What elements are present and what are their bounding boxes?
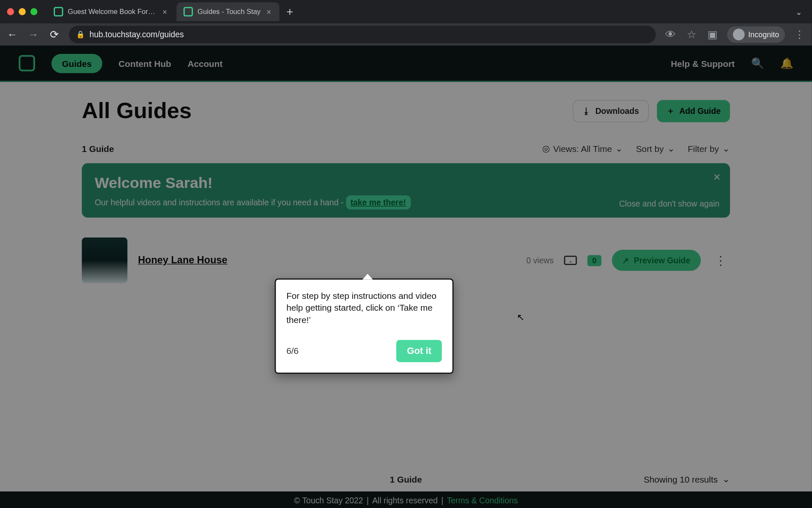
nav-account[interactable]: Account: [187, 58, 222, 68]
browser-toolbar: ← → ⟳ 🔒 hub.touchstay.com/guides 👁 ☆ ▣ I…: [0, 23, 812, 46]
address-bar[interactable]: 🔒 hub.touchstay.com/guides: [69, 26, 656, 43]
chevron-down-icon: ⌄: [615, 144, 623, 154]
bookmark-star-icon[interactable]: ☆: [685, 28, 698, 41]
browser-tab-active[interactable]: Guides - Touch Stay ×: [176, 3, 279, 21]
footer-sep: |: [441, 496, 443, 505]
guide-name-link[interactable]: Honey Lane House: [138, 254, 228, 266]
banner-text: Our helpful videos and instructions are …: [95, 198, 346, 207]
add-guide-label: Add Guide: [679, 106, 721, 116]
filter-by[interactable]: Filter by ⌄: [688, 144, 730, 154]
showing-results[interactable]: Showing 10 results ⌄: [644, 474, 730, 484]
incognito-badge[interactable]: Incognito: [727, 26, 785, 43]
downloads-label: Downloads: [595, 106, 639, 116]
sort-by[interactable]: Sort by ⌄: [636, 144, 675, 154]
favicon-icon: [54, 7, 63, 17]
lock-icon: 🔒: [76, 30, 85, 39]
app-header: Guides Content Hub Account Help & Suppor…: [0, 46, 812, 82]
browser-tabs: Guest Welcome Book For Vaca × Guides - T…: [47, 0, 805, 23]
app-logo-icon[interactable]: [19, 55, 35, 72]
eye-off-icon[interactable]: 👁: [664, 28, 677, 41]
downloads-button[interactable]: ⭳ Downloads: [573, 100, 649, 122]
sort-by-label: Sort by: [636, 144, 664, 153]
browser-titlebar: Guest Welcome Book For Vaca × Guides - T…: [0, 0, 812, 23]
nav-help-support[interactable]: Help & Support: [671, 58, 735, 68]
plus-icon: ＋: [667, 105, 675, 116]
url-text: hub.touchstay.com/guides: [89, 30, 184, 39]
tab-close-icon[interactable]: ×: [161, 7, 168, 17]
back-button[interactable]: ←: [6, 28, 19, 41]
minimize-window-icon[interactable]: [19, 8, 26, 15]
banner-title: Welcome Sarah!: [95, 174, 717, 192]
bell-icon[interactable]: 🔔: [780, 57, 793, 69]
search-icon[interactable]: 🔍: [751, 57, 764, 69]
reload-button[interactable]: ⟳: [48, 28, 60, 41]
eye-icon: ◎: [542, 144, 550, 154]
row-menu-icon[interactable]: ⋮: [711, 253, 730, 267]
footer-rights: All rights reserved: [372, 496, 438, 505]
onboarding-popover: For step by step instructions and video …: [275, 279, 454, 374]
popover-text: For step by step instructions and video …: [286, 290, 442, 326]
footer-terms-link[interactable]: Terms & Conditions: [447, 496, 518, 505]
preview-guide-button[interactable]: ↗ Preview Guide: [612, 250, 701, 271]
close-window-icon[interactable]: [7, 8, 14, 15]
chevron-down-icon: ⌄: [722, 474, 730, 484]
preview-guide-label: Preview Guide: [634, 256, 690, 265]
footer-sep: |: [367, 496, 369, 505]
mail-icon[interactable]: [564, 256, 577, 265]
maximize-window-icon[interactable]: [30, 8, 38, 15]
external-link-icon: ↗: [622, 256, 629, 265]
popover-step: 6/6: [286, 346, 299, 356]
views-filter[interactable]: ◎ Views: All Time ⌄: [542, 144, 623, 154]
browser-menu-icon[interactable]: ⋮: [793, 28, 806, 41]
incognito-icon: [733, 29, 745, 41]
page-title: All Guides: [82, 98, 192, 123]
tab-title: Guest Welcome Book For Vaca: [68, 8, 156, 16]
filter-by-label: Filter by: [688, 144, 719, 153]
chevron-down-icon: ⌄: [667, 144, 675, 154]
extensions-icon[interactable]: ▣: [706, 28, 719, 41]
views-filter-label: Views: All Time: [553, 144, 612, 153]
mail-count-badge: 0: [587, 255, 601, 266]
favicon-icon: [184, 7, 193, 17]
browser-tab-inactive[interactable]: Guest Welcome Book For Vaca ×: [47, 3, 176, 21]
window-controls: [7, 8, 38, 15]
tabs-overflow-icon[interactable]: ⌄: [796, 7, 805, 17]
download-icon: ⭳: [582, 106, 590, 116]
chevron-down-icon: ⌄: [722, 144, 730, 154]
tab-close-icon[interactable]: ×: [265, 7, 272, 17]
got-it-button[interactable]: Got it: [396, 340, 442, 362]
app-root: Guides Content Hub Account Help & Suppor…: [0, 46, 812, 508]
welcome-banner: Welcome Sarah! Our helpful videos and in…: [82, 163, 730, 218]
banner-close-icon[interactable]: ✕: [713, 171, 721, 182]
forward-button[interactable]: →: [27, 28, 40, 41]
nav-guides[interactable]: Guides: [52, 53, 102, 73]
app-footer: © Touch Stay 2022 | All rights reserved …: [0, 491, 812, 508]
guide-thumbnail[interactable]: [82, 237, 127, 283]
showing-label: Showing 10 results: [644, 474, 718, 484]
add-guide-button[interactable]: ＋ Add Guide: [657, 100, 730, 122]
footer-copyright: © Touch Stay 2022: [294, 496, 363, 505]
banner-dont-show-link[interactable]: Close and don't show again: [619, 199, 719, 208]
take-me-there-link[interactable]: take me there!: [346, 196, 411, 210]
guide-views: 0 views: [527, 256, 554, 265]
new-tab-button[interactable]: +: [280, 5, 299, 19]
incognito-label: Incognito: [748, 30, 779, 39]
nav-content-hub[interactable]: Content Hub: [118, 58, 171, 68]
tab-title: Guides - Touch Stay: [198, 8, 261, 16]
guide-count: 1 Guide: [82, 144, 114, 153]
